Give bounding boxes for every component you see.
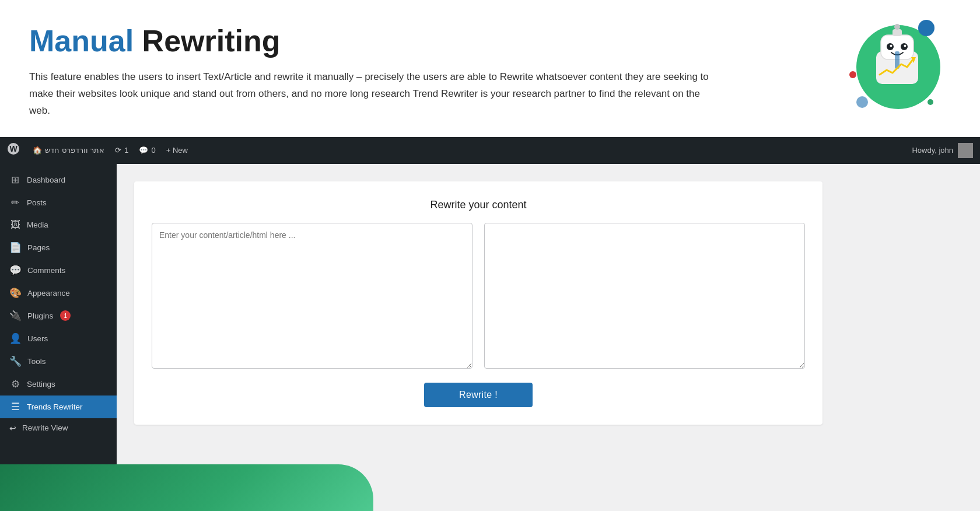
svg-point-9 [890, 45, 892, 47]
svg-point-4 [928, 99, 933, 105]
svg-point-1 [918, 20, 935, 36]
sidebar-item-appearance[interactable]: 🎨 Appearance [0, 282, 117, 304]
admin-bar: W 🏠 אתר וורדפרס חדש ⟳ 1 💬 0 + New Howdy,… [0, 137, 980, 164]
new-label: + New [166, 146, 188, 155]
comments-count: 0 [151, 146, 155, 155]
svg-point-8 [901, 43, 908, 50]
howdy-text: Howdy, john [912, 146, 953, 155]
sidebar-label-media: Media [27, 220, 48, 229]
wp-logo-icon: W [7, 142, 20, 159]
sidebar-item-pages[interactable]: 📄 Pages [0, 236, 117, 259]
plugins-icon: 🔌 [9, 310, 22, 322]
tools-icon: 🔧 [9, 355, 22, 368]
site-name-label: אתר וורדפרס חדש [45, 146, 104, 155]
rewrite-view-icon: ↩ [9, 424, 16, 433]
page-title: Manual Rewriting [29, 23, 951, 58]
users-icon: 👤 [9, 332, 22, 345]
updates-bar-item[interactable]: ⟳ 1 [115, 146, 128, 155]
sidebar-label-trends-rewriter: Trends Rewriter [27, 402, 83, 411]
wp-main-layout: ⊞ Dashboard ✏ Posts 🖼 Media 📄 Pages 💬 Co… [0, 164, 980, 511]
rewrite-button-wrapper: Rewrite ! [152, 383, 805, 407]
sidebar-item-settings[interactable]: ⚙ Settings [0, 373, 117, 396]
updates-count: 1 [124, 146, 128, 155]
sidebar-item-posts[interactable]: ✏ Posts [0, 191, 117, 214]
sidebar-item-users[interactable]: 👤 Users [0, 327, 117, 350]
howdy-bar: Howdy, john [912, 143, 973, 158]
svg-point-10 [904, 45, 907, 47]
sidebar-label-rewrite-view: Rewrite View [22, 424, 68, 432]
svg-point-3 [849, 71, 856, 78]
trends-rewriter-icon: ☰ [9, 401, 21, 413]
sidebar-label-dashboard: Dashboard [27, 176, 65, 184]
hero-description: This feature enables the users to insert… [29, 69, 718, 120]
title-highlight: Manual [29, 24, 134, 58]
rewrite-card: Rewrite your content Rewrite ! [134, 181, 822, 425]
output-textarea[interactable] [484, 223, 805, 369]
sidebar-item-tools[interactable]: 🔧 Tools [0, 350, 117, 373]
sidebar-item-media[interactable]: 🖼 Media [0, 214, 117, 236]
hero-section: Manual Rewriting This feature enables th… [0, 0, 980, 137]
sidebar-item-comments[interactable]: 💬 Comments [0, 259, 117, 282]
dashboard-icon: ⊞ [9, 174, 21, 186]
robot-illustration [840, 12, 945, 117]
sidebar-label-settings: Settings [27, 380, 55, 388]
textarea-row [152, 223, 805, 369]
content-input[interactable] [152, 223, 473, 369]
home-icon: 🏠 [33, 146, 42, 155]
sidebar: ⊞ Dashboard ✏ Posts 🖼 Media 📄 Pages 💬 Co… [0, 164, 117, 511]
title-rest: Rewriting [134, 24, 280, 58]
svg-point-2 [856, 96, 868, 108]
content-area: Rewrite your content Rewrite ! [117, 164, 980, 511]
sidebar-label-appearance: Appearance [27, 289, 70, 298]
sidebar-label-posts: Posts [27, 198, 47, 207]
sidebar-item-rewrite-view[interactable]: ↩ Rewrite View [0, 418, 117, 438]
rewrite-button[interactable]: Rewrite ! [424, 383, 533, 407]
sidebar-item-trends-rewriter[interactable]: ☰ Trends Rewriter [0, 396, 117, 418]
sidebar-label-pages: Pages [27, 243, 50, 252]
sidebar-item-plugins[interactable]: 🔌 Plugins 1 [0, 304, 117, 327]
pages-icon: 📄 [9, 242, 22, 254]
sidebar-label-users: Users [27, 334, 48, 343]
svg-point-7 [887, 43, 894, 50]
svg-text:W: W [9, 144, 18, 153]
avatar [958, 143, 973, 158]
sidebar-label-plugins: Plugins [27, 312, 53, 320]
decorative-blob [0, 464, 373, 511]
plugins-badge: 1 [60, 310, 71, 321]
appearance-icon: 🎨 [9, 287, 22, 299]
comments-icon: 💬 [139, 146, 148, 155]
new-bar-item[interactable]: + New [166, 146, 188, 155]
comments-side-icon: 💬 [9, 264, 22, 276]
posts-icon: ✏ [9, 197, 21, 209]
site-name-bar[interactable]: 🏠 אתר וורדפרס חדש [33, 146, 104, 155]
sidebar-label-comments: Comments [27, 266, 65, 275]
updates-icon: ⟳ [115, 146, 121, 155]
svg-rect-11 [892, 29, 902, 36]
svg-point-12 [894, 24, 900, 30]
wp-admin-wrapper: W 🏠 אתר וורדפרס חדש ⟳ 1 💬 0 + New Howdy,… [0, 137, 980, 511]
sidebar-item-dashboard[interactable]: ⊞ Dashboard [0, 169, 117, 191]
card-title: Rewrite your content [152, 199, 805, 211]
sidebar-label-tools: Tools [27, 357, 46, 366]
media-icon: 🖼 [9, 219, 21, 231]
comments-bar-item[interactable]: 💬 0 [139, 146, 155, 155]
settings-icon: ⚙ [9, 378, 21, 390]
